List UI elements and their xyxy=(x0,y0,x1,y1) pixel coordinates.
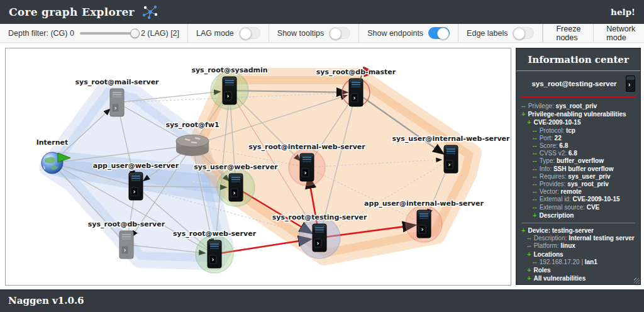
node-internal_root[interactable]: › xyxy=(300,153,314,181)
app-title: Core graph Explorer xyxy=(9,6,135,18)
leaf-icon: -- xyxy=(533,142,537,149)
node-label-db_master: sys_root@db-master xyxy=(316,68,396,76)
info-row-expandable[interactable]: +Device: testing-server xyxy=(521,226,636,235)
app-header: Core graph Explorer help! xyxy=(0,0,644,24)
info-label: Roles xyxy=(533,267,550,274)
panel-resize-handle[interactable] xyxy=(634,278,640,284)
leaf-icon: -- xyxy=(533,127,537,134)
attack-graph[interactable]: Internet ›sys_root@mail-server ›sys_root… xyxy=(6,48,511,285)
show-endpoints-toggle[interactable] xyxy=(428,27,450,39)
info-row: --CVSS v2: 6.8 xyxy=(521,150,636,157)
section-divider xyxy=(521,223,635,223)
svg-text:›: › xyxy=(133,188,135,195)
info-row-expandable[interactable]: +Roles xyxy=(521,266,636,274)
info-value: testing-server xyxy=(550,227,594,234)
info-row: --Platform: linux xyxy=(521,242,636,250)
main-area: Internet ›sys_root@mail-server ›sys_root… xyxy=(0,43,644,289)
node-label-testing: sys_root@testing-server xyxy=(272,213,367,221)
info-row: --Type: buffer_overflow xyxy=(521,157,636,165)
svg-text:›: › xyxy=(421,226,423,233)
node-internal_app_user[interactable]: › xyxy=(417,210,431,238)
info-label: 192.168.17.20 | xyxy=(540,259,583,265)
info-label: Type: xyxy=(540,157,555,164)
svg-text:›: › xyxy=(226,92,229,99)
node-app_web[interactable]: › xyxy=(129,172,143,200)
edge-labels-toggle[interactable] xyxy=(513,27,534,39)
show-tooltips-toggle[interactable] xyxy=(329,27,350,39)
node-sysadmin[interactable]: › xyxy=(223,77,236,104)
info-value: remote xyxy=(559,188,582,195)
info-label: All vulnerabilities xyxy=(533,275,586,282)
info-row: --Score: 6.8 xyxy=(521,142,636,150)
svg-text:›: › xyxy=(316,240,319,247)
info-label: External id: xyxy=(540,196,571,203)
leaf-icon: -- xyxy=(533,188,537,195)
info-row-expandable[interactable]: +Locations xyxy=(521,250,636,259)
info-row: --Privilege: sys_root_priv xyxy=(521,103,636,110)
expand-icon[interactable]: + xyxy=(521,110,525,118)
info-value: buffer_overflow xyxy=(555,157,604,164)
node-label-app_web: app_user@web-server xyxy=(93,162,179,170)
info-value: SSH buffer overflow xyxy=(552,165,613,172)
lag-mode-toggle[interactable] xyxy=(239,27,260,39)
depth-filter-slider[interactable] xyxy=(80,32,135,35)
slider-knob[interactable] xyxy=(130,28,140,38)
graph-canvas[interactable]: Internet ›sys_root@mail-server ›sys_root… xyxy=(5,48,511,286)
expand-icon[interactable]: + xyxy=(527,250,531,258)
info-row: --External id: CVE-2009-10-15 xyxy=(521,196,636,203)
info-row: --Requires: sys_user_priv xyxy=(521,173,636,181)
selected-node-underline xyxy=(520,96,636,98)
info-value: tcp xyxy=(564,127,575,134)
info-tree: --Privilege: sys_root_priv+Privilege-ena… xyxy=(516,101,640,285)
info-value: CVE xyxy=(585,204,599,211)
info-row-expandable[interactable]: +CVE-2009-10-15 xyxy=(521,118,636,126)
svg-text:›: › xyxy=(211,256,214,263)
node-label-db_server: sys_root@db-server xyxy=(88,220,165,228)
expand-icon[interactable]: + xyxy=(533,211,536,219)
node-label-internal_app_user: app_user@internal-web-server xyxy=(364,199,484,208)
info-row: --Vector: remote xyxy=(521,188,636,196)
show-tooltips-label: Show tooltips xyxy=(277,29,324,38)
info-label: Description xyxy=(539,212,574,219)
info-label: Info: xyxy=(540,165,552,172)
info-row-expandable[interactable]: +Privilege-enabling vulnerabilities xyxy=(521,110,636,118)
node-label-internal_root: sys_root@internal-web-server xyxy=(248,143,365,151)
node-sys_user_web[interactable]: › xyxy=(229,174,243,201)
svg-text:›: › xyxy=(353,94,355,101)
info-row: --Description: Internal testing server xyxy=(521,235,636,242)
network-mode-button[interactable]: Network mode xyxy=(594,24,644,42)
selected-node-row[interactable]: sys_root@testing-server xyxy=(516,71,640,95)
leaf-icon: -- xyxy=(533,204,537,211)
info-label: Privilege: xyxy=(528,103,554,109)
leaf-icon: -- xyxy=(533,135,537,142)
leaf-icon: -- xyxy=(533,259,537,265)
expand-icon[interactable]: + xyxy=(527,266,531,274)
show-tooltips-group: Show tooltips xyxy=(269,24,359,42)
info-value: sys_user_priv xyxy=(566,173,610,180)
node-label-internal_sys_user: sys_user@internal-web-server xyxy=(392,135,510,143)
node-internal_sys_user[interactable]: › xyxy=(444,145,458,173)
info-label: Locations xyxy=(533,251,563,258)
info-value: 6.8 xyxy=(558,142,569,149)
node-mail[interactable]: › xyxy=(110,89,124,116)
node-web_server[interactable]: › xyxy=(208,240,221,268)
info-row: --Protocol: tcp xyxy=(521,127,636,135)
node-db_server[interactable]: › xyxy=(119,231,133,259)
expand-icon[interactable]: + xyxy=(521,226,525,234)
expand-icon[interactable]: + xyxy=(527,118,531,126)
node-testing[interactable]: › xyxy=(313,224,326,252)
leaf-icon: -- xyxy=(527,242,531,249)
expand-icon[interactable]: + xyxy=(527,274,531,282)
info-row-expandable[interactable]: +Description xyxy=(521,211,636,220)
node-fw1[interactable] xyxy=(176,135,209,157)
info-row: --Provides: sys_root_priv xyxy=(521,181,636,188)
info-row-expandable[interactable]: +All vulnerabilities xyxy=(521,274,636,282)
help-link[interactable]: help! xyxy=(611,7,635,17)
freeze-nodes-button[interactable]: Freeze nodes xyxy=(543,24,594,42)
info-label: Port: xyxy=(540,135,553,142)
info-value: Internal testing server xyxy=(567,235,634,242)
leaf-icon: -- xyxy=(533,150,537,157)
depth-filter-label: Depth filter: (CG) 0 xyxy=(8,29,74,38)
node-label-sysadmin: sys_root@sysadmin xyxy=(191,66,267,74)
leaf-icon: -- xyxy=(521,103,526,109)
